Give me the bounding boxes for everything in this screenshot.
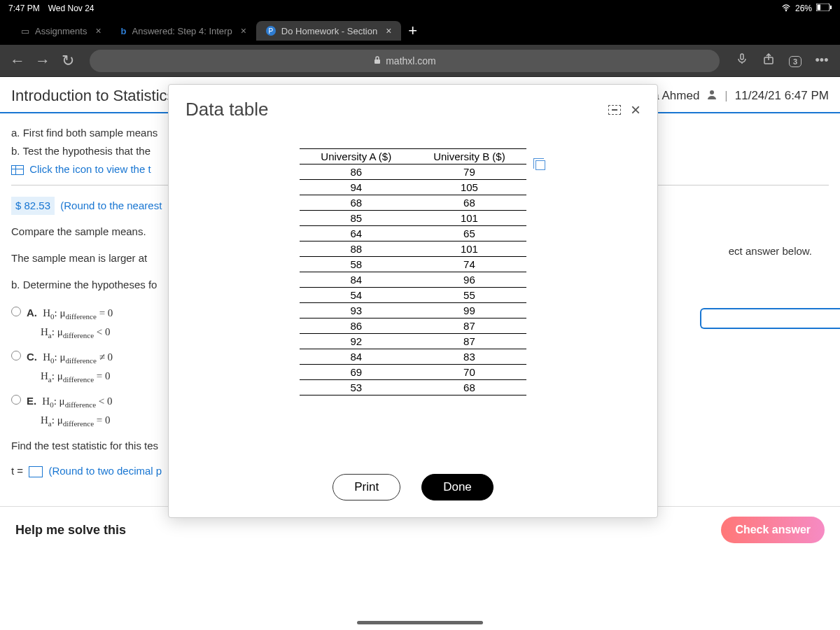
table-row: 8483 xyxy=(300,349,526,365)
table-cell: 101 xyxy=(412,241,526,257)
table-row: 88101 xyxy=(300,241,526,257)
table-cell: 105 xyxy=(412,180,526,195)
svg-rect-2 xyxy=(818,5,821,10)
table-row: 5874 xyxy=(300,257,526,272)
tab-assignments[interactable]: ▭ Assignments × xyxy=(11,21,111,41)
svg-point-0 xyxy=(785,10,786,10)
t-input[interactable] xyxy=(29,466,43,477)
more-icon[interactable]: ••• xyxy=(811,53,833,68)
option-ha: Ha: μdifference < 0 xyxy=(41,326,111,337)
close-icon[interactable]: × xyxy=(95,25,101,36)
table-row: 94105 xyxy=(300,180,526,195)
b-icon: b xyxy=(121,26,127,36)
doc-icon: ▭ xyxy=(21,26,29,36)
table-row: 6970 xyxy=(300,365,526,380)
tab-homework[interactable]: P Do Homework - Section × xyxy=(256,21,401,41)
table-row: 8496 xyxy=(300,272,526,288)
table-cell: 69 xyxy=(300,365,412,380)
share-icon[interactable] xyxy=(757,53,780,68)
table-cell: 70 xyxy=(412,365,526,380)
new-tab-button[interactable]: + xyxy=(408,22,417,40)
modal-title: Data table xyxy=(186,99,269,120)
mic-icon[interactable] xyxy=(731,53,753,68)
table-row: 5368 xyxy=(300,380,526,396)
tab-bartleby[interactable]: b Answered: Step 4: Interp × xyxy=(111,21,256,41)
table-cell: 74 xyxy=(412,257,526,272)
option-ha: Ha: μdifference = 0 xyxy=(41,370,111,382)
tabs-button[interactable]: 3 xyxy=(784,53,806,68)
check-answer-button[interactable]: Check answer xyxy=(721,517,825,543)
option-letter: C. xyxy=(27,351,37,363)
svg-rect-4 xyxy=(374,59,380,64)
option-h0: H0: μdifference ≠ 0 xyxy=(43,351,113,363)
table-cell: 87 xyxy=(412,318,526,334)
help-link[interactable]: Help me solve this xyxy=(15,523,126,538)
table-cell: 86 xyxy=(300,318,412,334)
copy-icon[interactable] xyxy=(536,160,545,170)
option-h0: H0: μdifference < 0 xyxy=(42,396,112,407)
table-cell: 85 xyxy=(300,211,412,226)
col-header-a: University A ($) xyxy=(300,149,412,164)
t-round-hint: (Round to two decimal p xyxy=(48,465,162,477)
answer-dropdown[interactable] xyxy=(700,308,840,329)
reload-button[interactable]: ↻ xyxy=(57,52,78,70)
user-icon[interactable] xyxy=(706,89,718,104)
browser-toolbar: ← → ↻ mathxl.com 3 ••• xyxy=(0,45,840,77)
status-bar: 7:47 PM Wed Nov 24 26% xyxy=(0,0,840,17)
tab-label: Do Homework - Section xyxy=(281,26,377,36)
radio-icon[interactable] xyxy=(11,395,21,405)
svg-rect-3 xyxy=(830,6,832,9)
table-cell: 68 xyxy=(412,380,526,396)
t-prefix: t = xyxy=(11,465,23,477)
close-icon[interactable]: × xyxy=(386,25,391,36)
option-letter: A. xyxy=(27,307,37,318)
table-cell: 65 xyxy=(412,226,526,241)
table-cell: 93 xyxy=(300,303,412,318)
view-table-link[interactable]: Click the icon to view the t xyxy=(29,163,150,175)
done-button[interactable]: Done xyxy=(421,474,493,500)
radio-icon[interactable] xyxy=(11,351,21,360)
table-row: 85101 xyxy=(300,211,526,226)
col-header-b: University B ($) xyxy=(412,149,526,164)
option-letter: E. xyxy=(27,395,36,407)
back-button[interactable]: ← xyxy=(7,52,28,70)
table-row: 8679 xyxy=(300,164,526,180)
close-icon[interactable]: × xyxy=(631,100,640,120)
answer-value[interactable]: $ 82.53 xyxy=(11,197,55,215)
radio-icon[interactable] xyxy=(11,307,21,316)
table-cell: 58 xyxy=(300,257,412,272)
table-row: 6868 xyxy=(300,195,526,211)
table-icon[interactable] xyxy=(11,165,24,175)
table-cell: 86 xyxy=(300,164,412,180)
status-date: Wed Nov 24 xyxy=(48,4,94,13)
tab-label: Answered: Step 4: Interp xyxy=(132,26,232,36)
table-cell: 99 xyxy=(412,303,526,318)
table-cell: 96 xyxy=(412,272,526,288)
table-row: 5455 xyxy=(300,288,526,303)
status-time: 7:47 PM xyxy=(8,4,40,13)
table-cell: 94 xyxy=(300,180,412,195)
table-cell: 88 xyxy=(300,241,412,257)
table-row: 9399 xyxy=(300,303,526,318)
table-cell: 53 xyxy=(300,380,412,396)
table-cell: 64 xyxy=(300,226,412,241)
tab-label: Assignments xyxy=(35,26,87,36)
minimize-icon[interactable] xyxy=(608,105,621,115)
table-cell: 55 xyxy=(412,288,526,303)
lock-icon xyxy=(373,55,382,66)
table-cell: 79 xyxy=(412,164,526,180)
table-cell: 68 xyxy=(412,195,526,211)
forward-button[interactable]: → xyxy=(32,52,53,70)
table-cell: 68 xyxy=(300,195,412,211)
close-icon[interactable]: × xyxy=(241,25,246,36)
svg-rect-5 xyxy=(741,54,743,59)
page-content: Introduction to Statistics - 71766 Muna … xyxy=(0,77,840,630)
right-hint-text: ect answer below. xyxy=(729,245,812,257)
table-row: 6465 xyxy=(300,226,526,241)
address-bar[interactable]: mathxl.com xyxy=(90,50,720,72)
table-cell: 101 xyxy=(412,211,526,226)
table-cell: 84 xyxy=(300,349,412,365)
table-cell: 83 xyxy=(412,349,526,365)
print-button[interactable]: Print xyxy=(332,474,400,500)
table-row: 9287 xyxy=(300,334,526,349)
